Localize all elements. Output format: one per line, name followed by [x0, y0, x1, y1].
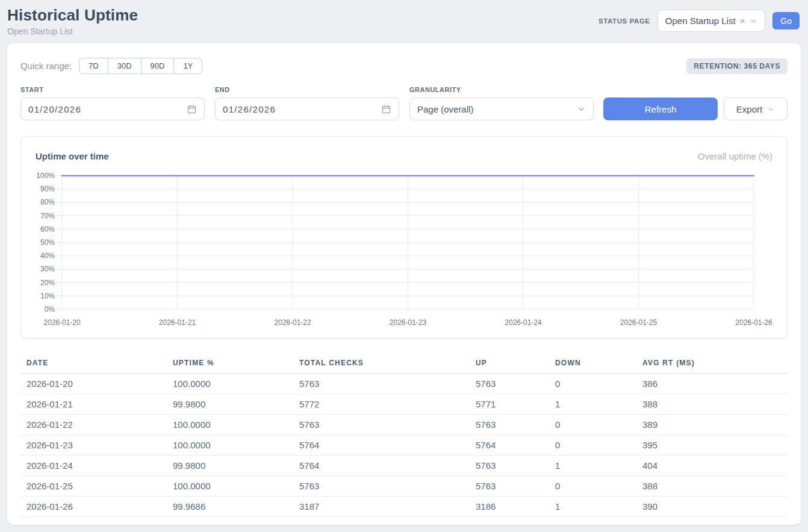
y-tick-label: 0% [45, 305, 55, 314]
table-cell: 2026-01-25 [20, 476, 167, 496]
y-tick-label: 50% [40, 238, 55, 247]
table-row: 2026-01-2499.9800576457631404 [20, 456, 788, 476]
y-tick-label: 90% [40, 185, 55, 193]
x-tick-label: 2026-01-25 [620, 318, 657, 327]
col-header-avg-rt: AVG RT (MS) [636, 353, 788, 374]
chevron-down-icon [749, 17, 757, 25]
table-cell: 1 [549, 496, 636, 517]
table-cell: 2026-01-20 [20, 374, 167, 394]
start-date-label: START [20, 86, 205, 93]
table-cell: 1 [549, 394, 636, 415]
table-cell: 388 [636, 476, 788, 496]
quick-range-30d-button[interactable]: 30D [108, 58, 141, 74]
granularity-selected-value: Page (overall) [417, 104, 473, 114]
table-cell: 5763 [293, 476, 470, 496]
chevron-down-icon [767, 105, 775, 113]
x-tick-label: 2026-01-21 [159, 318, 196, 327]
end-date-input[interactable] [223, 104, 361, 114]
x-tick-label: 2026-01-24 [505, 318, 542, 327]
table-row: 2026-01-2199.9800577257711388 [20, 394, 788, 415]
table-cell: 99.9686 [167, 496, 293, 517]
table-cell: 100.0000 [167, 415, 293, 435]
table-cell: 386 [636, 374, 788, 394]
quick-range-label: Quick range: [20, 61, 72, 71]
quick-range-group: 7D 30D 90D 1Y [79, 58, 202, 74]
retention-badge: RETENTION: 365 DAYS [686, 58, 788, 74]
table-row: 2026-01-2699.9686318731861390 [20, 496, 788, 517]
col-header-down: DOWN [549, 353, 636, 374]
table-cell: 100.0000 [167, 374, 293, 394]
table-row: 2026-01-25100.0000576357630388 [20, 476, 788, 496]
table-cell: 3186 [470, 496, 549, 517]
table-cell: 2026-01-26 [20, 496, 167, 517]
chart-title: Uptime over time [36, 151, 109, 161]
table-row: 2026-01-20100.0000576357630386 [20, 374, 788, 394]
status-page-controls: STATUS PAGE Open Startup List × Go [598, 10, 800, 32]
table-cell: 2026-01-23 [20, 435, 167, 456]
main-panel: Quick range: 7D 30D 90D 1Y RETENTION: 36… [7, 43, 801, 525]
table-cell: 100.0000 [167, 435, 293, 456]
chart-header: Uptime over time Overall uptime (%) [21, 151, 787, 161]
table-cell: 5763 [293, 374, 470, 394]
go-button[interactable]: Go [772, 12, 800, 29]
end-date-inputbox [215, 97, 399, 120]
table-cell: 388 [636, 394, 788, 415]
table-cell: 389 [636, 415, 788, 435]
end-date-field: END [215, 86, 399, 120]
x-tick-label: 2026-01-26 [735, 318, 772, 327]
quick-range-7d-button[interactable]: 7D [79, 58, 108, 74]
col-header-up: UP [470, 353, 549, 374]
export-button[interactable]: Export [724, 97, 788, 120]
table-cell: 5763 [470, 374, 549, 394]
y-tick-label: 60% [40, 225, 55, 234]
table-cell: 5771 [470, 394, 549, 415]
uptime-table-body: 2026-01-20100.00005763576303862026-01-21… [20, 374, 788, 517]
uptime-table: DATE UPTIME % TOTAL CHECKS UP DOWN AVG R… [20, 353, 788, 517]
start-date-field: START [20, 86, 205, 120]
table-cell: 99.9800 [167, 394, 293, 415]
refresh-button[interactable]: Refresh [603, 97, 718, 120]
col-header-total-checks: TOTAL CHECKS [293, 353, 470, 374]
table-cell: 0 [549, 435, 636, 456]
table-row: 2026-01-23100.0000576457640395 [20, 435, 788, 456]
x-tick-label: 2026-01-23 [390, 318, 427, 327]
clear-selection-icon[interactable]: × [740, 16, 745, 25]
table-cell: 1 [549, 456, 636, 476]
granularity-field: GRANULARITY Page (overall) [409, 86, 594, 120]
table-cell: 404 [636, 456, 788, 476]
table-cell: 100.0000 [167, 476, 293, 496]
calendar-icon[interactable] [187, 104, 197, 114]
table-cell: 0 [549, 476, 636, 496]
chevron-down-icon [577, 105, 586, 114]
table-cell: 5763 [470, 415, 549, 435]
quick-range-row: Quick range: 7D 30D 90D 1Y RETENTION: 36… [20, 58, 788, 74]
granularity-label: GRANULARITY [409, 86, 594, 93]
y-tick-label: 30% [40, 265, 55, 273]
quick-range-1y-button[interactable]: 1Y [173, 58, 202, 74]
status-page-select[interactable]: Open Startup List × [657, 10, 766, 32]
table-cell: 5764 [470, 435, 549, 456]
quick-range-90d-button[interactable]: 90D [141, 58, 175, 74]
table-cell: 5763 [470, 456, 549, 476]
table-cell: 5764 [293, 435, 470, 456]
table-cell: 5763 [470, 476, 549, 496]
table-cell: 2026-01-24 [20, 456, 167, 476]
table-row: 2026-01-22100.0000576357630389 [20, 415, 788, 435]
col-header-date: DATE [20, 353, 167, 374]
end-date-label: END [215, 86, 399, 93]
page-header: Historical Uptime Open Startup List STAT… [0, 0, 808, 37]
col-header-uptime: UPTIME % [167, 353, 293, 374]
y-tick-label: 20% [40, 279, 55, 287]
y-tick-label: 70% [40, 212, 55, 220]
table-cell: 5763 [293, 415, 470, 435]
uptime-chart-card: Uptime over time Overall uptime (%) 0%10… [20, 136, 788, 338]
start-date-input[interactable] [28, 104, 167, 114]
calendar-icon[interactable] [381, 104, 391, 114]
table-cell: 395 [636, 435, 788, 456]
filter-form: START END GRANULARITY Page (overall) Ref… [20, 86, 788, 120]
y-tick-label: 80% [40, 198, 55, 206]
table-cell: 2026-01-22 [20, 415, 167, 435]
y-tick-label: 100% [36, 172, 55, 180]
granularity-select[interactable]: Page (overall) [409, 97, 594, 120]
table-cell: 99.9800 [167, 456, 293, 476]
